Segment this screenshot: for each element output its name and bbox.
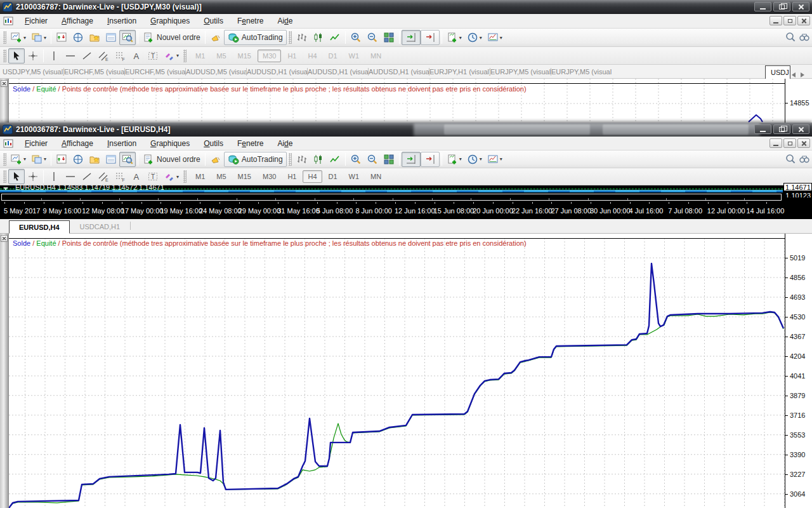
timeframe-w1-button[interactable]: W1 (344, 170, 365, 183)
tile-windows-button[interactable] (381, 152, 397, 167)
dropdown-caret-icon[interactable]: ▾ (480, 35, 482, 41)
chart-tab-usdcad[interactable]: USDCAD,H1 (70, 220, 131, 233)
label-button[interactable]: T (145, 48, 161, 64)
mdi-close-button[interactable] (797, 16, 810, 25)
periods-button[interactable]: ▾ (464, 152, 485, 167)
menu-outils[interactable]: Outils (197, 15, 230, 27)
strategy-tester-button[interactable] (119, 30, 136, 45)
data-window-button[interactable] (70, 152, 86, 167)
timeframe-m30-button[interactable]: M30 (258, 50, 281, 62)
periods-button[interactable]: ▾ (464, 30, 485, 45)
autotrading-button[interactable]: AutoTrading (224, 152, 287, 167)
text-button[interactable]: A (128, 48, 145, 64)
channel-button[interactable]: E (95, 48, 112, 64)
close-panel-button[interactable] (1, 80, 8, 87)
line-chart-button[interactable] (327, 30, 343, 45)
templates-button[interactable]: ▾ (485, 30, 505, 45)
restore-button[interactable] (773, 2, 790, 11)
label-button[interactable]: T (145, 169, 161, 184)
candlestick-button[interactable] (310, 30, 327, 45)
market-watch-button[interactable] (53, 152, 70, 167)
timeframe-mn-button[interactable]: MN (365, 170, 386, 183)
close-button[interactable] (792, 124, 809, 134)
dropdown-caret-icon[interactable]: ▾ (44, 156, 46, 162)
search-icon[interactable] (785, 153, 796, 164)
timeframe-d1-button[interactable]: D1 (324, 170, 343, 183)
mdi-restore-button[interactable] (783, 138, 796, 148)
templates-button[interactable]: ▾ (485, 152, 505, 167)
dropdown-caret-icon[interactable]: ▾ (480, 156, 482, 162)
titlebar[interactable]: 2100036787: Darwinex-Live - [EURUSD,H4] (0, 123, 812, 137)
menu-fichier[interactable]: Fichier (18, 15, 55, 27)
timeframe-h1-button[interactable]: H1 (282, 50, 301, 62)
indicators-button[interactable]: ▾ (444, 30, 464, 45)
timeframe-m15-button[interactable]: M15 (233, 170, 256, 183)
close-panel-button[interactable] (1, 235, 8, 242)
market-watch-button[interactable] (53, 30, 70, 45)
tester-chart-usdjpy[interactable]: Solde / Equité / Points de contrôle (mét… (0, 79, 812, 123)
dropdown-caret-icon[interactable]: ▾ (44, 35, 46, 41)
toolbar-grip[interactable] (3, 170, 6, 183)
candlestick-button[interactable] (310, 152, 327, 167)
chart-tab[interactable]: EURCHF,M5 (visual) (124, 68, 185, 76)
mdi-minimize-button[interactable] (769, 138, 782, 148)
chart-tab[interactable]: USDJPY,M5 (visual) (3, 68, 63, 76)
restore-button[interactable] (773, 124, 790, 134)
alerts-button[interactable] (207, 30, 224, 45)
tester-chart-eurusd[interactable]: Solde / Equité / Points de contrôle (mét… (0, 234, 812, 508)
timeframe-m1-button[interactable]: M1 (190, 50, 210, 62)
search-icon[interactable] (785, 31, 796, 43)
dropdown-caret-icon[interactable]: ▾ (459, 156, 462, 162)
menu-graphiques[interactable]: Graphiques (143, 15, 197, 27)
terminal-button[interactable] (103, 152, 119, 167)
auto-scroll-button[interactable] (402, 30, 421, 45)
autotrading-button[interactable]: AutoTrading (224, 30, 287, 45)
crosshair-button[interactable] (25, 48, 41, 64)
chart-tab[interactable]: AUDUSD,H1 (visual) (368, 68, 429, 76)
channel-button[interactable]: E (95, 169, 112, 184)
toolbar-grip[interactable] (289, 31, 292, 44)
profiles-button[interactable]: ▾ (29, 152, 49, 167)
chart-tab[interactable]: EURJPY,H1 (visual) (429, 68, 490, 76)
chart-shift-button[interactable] (421, 152, 440, 167)
trendline-button[interactable] (79, 169, 95, 184)
menu-aide[interactable]: Aide (270, 138, 299, 149)
timeframe-h4-button[interactable]: H4 (303, 170, 322, 183)
timeframe-m5-button[interactable]: M5 (211, 170, 231, 183)
minimize-button[interactable] (754, 2, 771, 11)
zoom-out-button[interactable] (364, 152, 381, 167)
minimize-button[interactable] (754, 124, 771, 134)
timeframe-h1-button[interactable]: H1 (282, 170, 301, 183)
mdi-restore-button[interactable] (783, 16, 796, 25)
mdi-close-button[interactable] (797, 138, 810, 148)
dropdown-caret-icon[interactable]: ▾ (500, 156, 502, 162)
shapes-button[interactable]: ▾ (161, 169, 181, 184)
chart-tab[interactable]: AUDUSD,M5 (visual) (185, 68, 246, 76)
tab-usdjpy-active[interactable]: USDJ (765, 65, 790, 79)
vline-button[interactable] (46, 48, 62, 64)
line-chart-button[interactable] (327, 152, 343, 167)
toolbar-grip[interactable] (3, 153, 6, 166)
dropdown-caret-icon[interactable]: ▾ (176, 174, 179, 180)
menu-insertion[interactable]: Insertion (100, 138, 143, 149)
strategy-tester-button[interactable] (119, 152, 136, 167)
chart-tab[interactable]: EURCHF,M5 (visual) (63, 68, 124, 76)
tile-windows-button[interactable] (381, 30, 397, 45)
tab-scroll-left-button[interactable] (792, 69, 799, 76)
menu-fenetre[interactable]: Fenetre (230, 15, 270, 27)
timeframe-m30-button[interactable]: M30 (258, 170, 281, 183)
alerts-button[interactable] (207, 152, 224, 167)
menu-graphiques[interactable]: Graphiques (143, 138, 197, 149)
hline-button[interactable] (62, 48, 79, 64)
bar-chart-button[interactable] (294, 30, 310, 45)
menu-aide[interactable]: Aide (270, 15, 299, 27)
close-button[interactable] (792, 2, 809, 11)
dropdown-caret-icon[interactable]: ▾ (23, 35, 26, 41)
toolbar-grip[interactable] (289, 153, 292, 166)
chart-tab[interactable]: AUDUSD,H1 (visual) (246, 68, 307, 76)
menu-fenetre[interactable]: Fenetre (230, 138, 270, 149)
chart-tab-eurusd[interactable]: EURUSD,H4 (9, 220, 70, 234)
text-button[interactable]: A (128, 169, 145, 184)
menu-fichier[interactable]: Fichier (18, 138, 55, 149)
pointer-button[interactable] (8, 48, 25, 64)
